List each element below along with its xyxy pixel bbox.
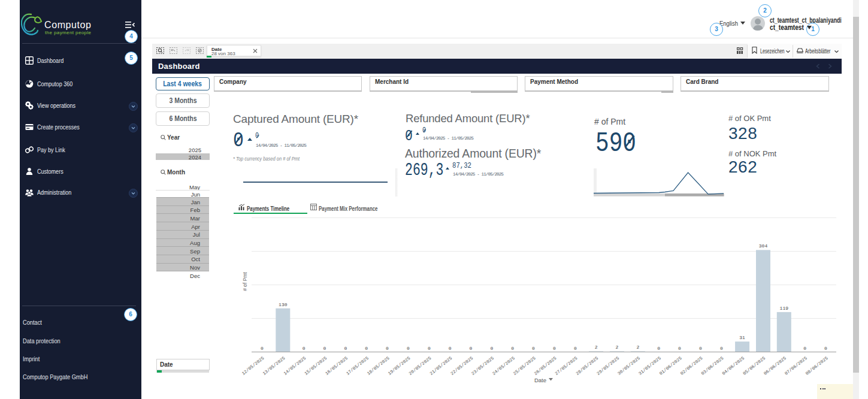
- svg-text:Date: Date: [534, 377, 546, 383]
- svg-text:2: 2: [636, 344, 639, 350]
- svg-text:0: 0: [344, 346, 347, 351]
- svg-text:# of Pmt: # of Pmt: [242, 272, 248, 291]
- svg-text:0: 0: [574, 346, 577, 351]
- svg-text:0: 0: [261, 346, 264, 351]
- svg-text:0: 0: [428, 346, 431, 351]
- svg-text:119: 119: [780, 306, 789, 311]
- svg-text:0: 0: [323, 346, 326, 351]
- svg-text:2: 2: [616, 344, 619, 350]
- svg-text:08/06/2025: 08/06/2025: [805, 355, 829, 376]
- svg-text:0: 0: [407, 346, 410, 351]
- svg-text:0: 0: [803, 346, 806, 351]
- svg-text:0: 0: [720, 346, 723, 351]
- svg-text:0: 0: [386, 346, 389, 351]
- svg-text:0: 0: [657, 346, 660, 351]
- svg-text:0: 0: [449, 346, 452, 351]
- svg-text:0: 0: [470, 346, 473, 351]
- svg-text:0: 0: [532, 346, 535, 351]
- svg-text:0: 0: [490, 346, 493, 351]
- svg-text:0: 0: [678, 346, 681, 351]
- svg-text:0: 0: [365, 346, 368, 351]
- svg-text:2: 2: [595, 344, 598, 350]
- svg-text:0: 0: [303, 346, 306, 351]
- svg-text:304: 304: [759, 243, 768, 249]
- svg-text:31: 31: [739, 335, 745, 340]
- svg-text:0: 0: [699, 346, 702, 351]
- svg-text:130: 130: [279, 302, 288, 307]
- svg-text:0: 0: [824, 346, 827, 351]
- svg-text:0: 0: [511, 346, 514, 351]
- svg-text:0: 0: [553, 346, 556, 351]
